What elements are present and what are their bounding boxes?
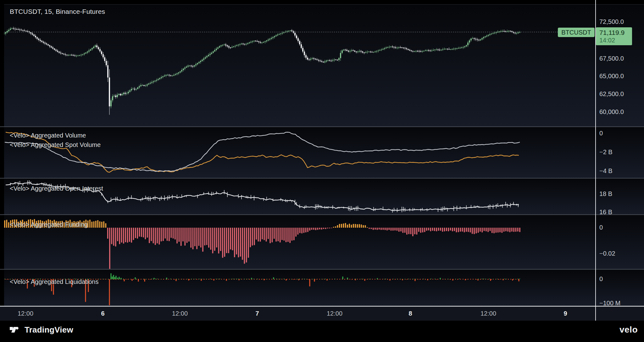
tradingview-mark-icon [9, 324, 21, 335]
legend-aggregated-liquidations[interactable]: <Velo> Aggregated Liquidations [10, 278, 98, 285]
trading-chart-window: BTCUSDT, 15, Binance-Futures <Velo> Aggr… [0, 0, 644, 342]
legend-aggregated-funding[interactable]: <Velo> Aggregated Funding [10, 221, 88, 228]
tradingview-logo[interactable]: TradingView [9, 324, 73, 335]
chart-canvas[interactable] [0, 0, 644, 342]
tradingview-logo-text: TradingView [25, 325, 73, 335]
legend-aggregated-spot-volume[interactable]: <Velo> Aggregated Spot Volume [10, 141, 101, 149]
legend-aggregated-open-interest[interactable]: <Velo> Aggregated Open Interest [10, 185, 103, 192]
legend-aggregated-volume[interactable]: <Velo> Aggregated Volume [10, 132, 86, 139]
velo-logo[interactable]: velo [619, 325, 638, 335]
